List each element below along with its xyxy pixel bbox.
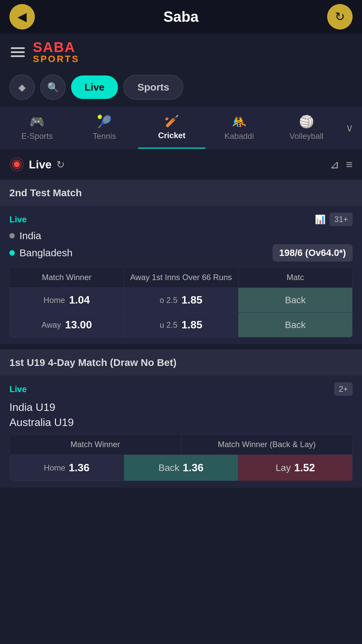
- filter-button[interactable]: ⊿: [330, 158, 339, 171]
- match2-row1: Home 1.36 Back 1.36 Lay 1.52: [10, 455, 352, 481]
- match2-row1-cell1[interactable]: Home 1.36: [10, 455, 124, 481]
- m2-back-val: 1.36: [183, 462, 203, 474]
- row2-val1: 13.00: [65, 319, 92, 331]
- sports-tab[interactable]: Sports: [123, 75, 183, 100]
- match1-col2-header: Away 1st Inns Over 66 Runs: [124, 267, 238, 287]
- volleyball-label: Volleyball: [290, 131, 323, 141]
- match1-row2-cell1[interactable]: Away 13.00: [10, 313, 124, 337]
- match1-live-status: Live: [9, 214, 27, 225]
- live-animation-icon: [9, 157, 24, 172]
- match2-status-row: Live 2+: [9, 382, 353, 396]
- live-section-header: Live ↻ ⊿ ≡: [0, 149, 362, 180]
- m2-lay: Lay: [276, 463, 291, 473]
- volleyball-icon: 🏐: [299, 115, 314, 129]
- row2-val2: 1.85: [182, 319, 202, 331]
- tab-cricket[interactable]: 🏏 Cricket: [138, 107, 205, 149]
- row1-val2: 1.85: [182, 294, 202, 306]
- list-view-button[interactable]: ≡: [346, 158, 353, 171]
- esports-label: E-Sports: [21, 131, 53, 141]
- filter-icon: ⊿: [330, 158, 339, 171]
- match1-row2-cell2[interactable]: u 2.5 1.85: [124, 313, 238, 337]
- live-tab[interactable]: Live: [71, 75, 118, 99]
- tab-kabaddi[interactable]: 🤼 Kabaddi: [205, 107, 273, 148]
- row1-back: Back: [285, 295, 306, 306]
- tab-tennis[interactable]: 🎾 Tennis: [71, 107, 138, 148]
- m2-back: Back: [159, 463, 179, 473]
- esports-icon: 🎮: [29, 115, 45, 129]
- match1-odds-headers: Match Winner Away 1st Inns Over 66 Runs …: [10, 267, 352, 288]
- cricket-icon: 🏏: [164, 114, 179, 128]
- tennis-icon: 🎾: [97, 115, 112, 129]
- match1-odds-table: Match Winner Away 1st Inns Over 66 Runs …: [9, 267, 353, 337]
- match2-teams: India U19 Australia U19: [9, 401, 353, 429]
- top-bar: ◀ Saba ↻: [0, 0, 362, 34]
- cricket-label: Cricket: [158, 131, 185, 140]
- hamburger-menu[interactable]: [9, 46, 26, 58]
- match1-col1-header: Match Winner: [10, 267, 124, 287]
- logo-sports: SPORTS: [33, 54, 79, 64]
- m2-lay-val: 1.52: [294, 462, 315, 474]
- match1-row1: Home 1.04 o 2.5 1.85 Back: [10, 288, 352, 313]
- match2-body: Live 2+ India U19 Australia U19 Match Wi…: [0, 376, 362, 488]
- match2-title: 1st U19 4-Day Match (Draw No Bet): [0, 350, 362, 376]
- live-refresh-button[interactable]: ↻: [56, 159, 65, 170]
- match2-markets: 2+: [334, 382, 353, 396]
- match1-col3-header: Matc: [238, 267, 352, 287]
- match2-team-away: Australia U19: [9, 416, 353, 429]
- match2-row1-lay[interactable]: Lay 1.52: [238, 455, 352, 481]
- team-away-dot: [9, 250, 15, 256]
- match1-meta: 📊 31+: [315, 213, 353, 226]
- live-label: Live: [29, 158, 52, 171]
- diamond-icon: ◆: [18, 82, 26, 93]
- match1-status-row: Live 📊 31+: [9, 213, 353, 226]
- match2-team-home: India U19: [9, 401, 353, 414]
- back-button[interactable]: ◀: [9, 4, 35, 30]
- match2-odds-table: Match Winner Match Winner (Back & Lay) H…: [9, 434, 353, 481]
- stats-icon: 📊: [315, 214, 325, 225]
- row1-val1: 1.04: [69, 294, 90, 306]
- tab-volleyball[interactable]: 🏐 Volleyball: [273, 107, 340, 148]
- match1-team-away-row: Bangladesh 198/6 (Ov64.0*): [9, 244, 353, 262]
- match2-row1-back[interactable]: Back 1.36: [124, 455, 238, 481]
- logo-saba: SABA: [33, 40, 79, 54]
- row2-back: Back: [285, 320, 306, 330]
- match2-live-status: Live: [9, 384, 27, 394]
- logo: SABA SPORTS: [33, 40, 79, 64]
- match1-row1-back[interactable]: Back: [238, 288, 352, 312]
- match1-row2: Away 13.00 u 2.5 1.85 Back: [10, 313, 352, 337]
- match1-row2-back[interactable]: Back: [238, 313, 352, 337]
- tab-esports[interactable]: 🎮 E-Sports: [3, 107, 71, 148]
- match1-team-home: India: [19, 230, 41, 241]
- m2-row1-label1: Home: [44, 463, 65, 473]
- match1-body: Live 📊 31+ India Bangladesh 198/6 (Ov64.…: [0, 206, 362, 344]
- match1-row1-cell2[interactable]: o 2.5 1.85: [124, 288, 238, 312]
- match2-odds-headers: Match Winner Match Winner (Back & Lay): [10, 434, 352, 455]
- row1-label2: o 2.5: [160, 296, 177, 305]
- match-card-1: 2nd Test Match Live 📊 31+ India Banglade…: [0, 180, 362, 344]
- header-top: SABA SPORTS: [9, 40, 353, 64]
- match2-col1-header: Match Winner: [10, 434, 181, 454]
- more-tabs-button[interactable]: ∨: [340, 114, 359, 142]
- m2-row1-val1: 1.36: [69, 462, 89, 474]
- refresh-button[interactable]: ↻: [327, 4, 353, 30]
- match-card-2: 1st U19 4-Day Match (Draw No Bet) Live 2…: [0, 350, 362, 488]
- match1-team-home-row: India: [9, 230, 353, 241]
- refresh-icon: ↻: [335, 10, 345, 24]
- kabaddi-icon: 🤼: [232, 115, 247, 129]
- match1-markets: 31+: [329, 213, 353, 226]
- team-home-dot: [9, 233, 15, 238]
- diamond-button[interactable]: ◆: [9, 74, 35, 100]
- back-icon: ◀: [17, 10, 27, 24]
- nav-pills: ◆ 🔍 Live Sports: [9, 71, 353, 107]
- match1-team-away: Bangladesh: [19, 247, 72, 259]
- match1-row1-cell1[interactable]: Home 1.04: [10, 288, 124, 312]
- match1-title: 2nd Test Match: [0, 180, 362, 206]
- search-button[interactable]: 🔍: [40, 74, 66, 100]
- match2-col2-header: Match Winner (Back & Lay): [181, 434, 353, 454]
- page-title: Saba: [163, 8, 198, 25]
- row2-label2: u 2.5: [160, 320, 177, 330]
- search-icon: 🔍: [47, 82, 59, 93]
- row2-label1: Away: [42, 320, 61, 330]
- header-actions: ⊿ ≡: [330, 158, 353, 171]
- live-badge: Live ↻: [9, 157, 65, 172]
